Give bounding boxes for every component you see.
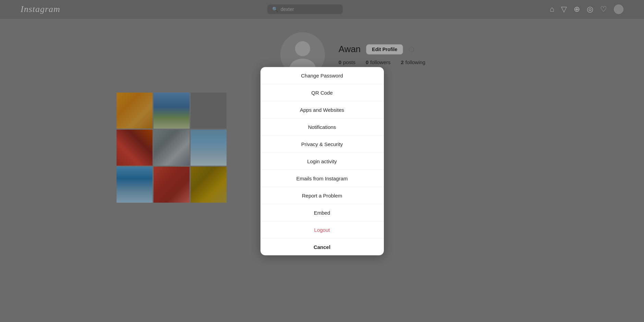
qr-code-item[interactable]: QR Code [260,84,384,101]
change-password-item[interactable]: Change Password [260,67,384,84]
emails-instagram-item[interactable]: Emails from Instagram [260,170,384,187]
notifications-item[interactable]: Notifications [260,118,384,135]
apps-websites-item[interactable]: Apps and Websites [260,101,384,118]
privacy-security-item[interactable]: Privacy & Security [260,135,384,153]
logout-item[interactable]: Logout [260,221,384,238]
login-activity-item[interactable]: Login activity [260,153,384,170]
settings-modal: Change Password QR Code Apps and Website… [260,67,384,255]
cancel-item[interactable]: Cancel [260,238,384,255]
embed-item[interactable]: Embed [260,204,384,221]
report-problem-item[interactable]: Report a Problem [260,187,384,204]
